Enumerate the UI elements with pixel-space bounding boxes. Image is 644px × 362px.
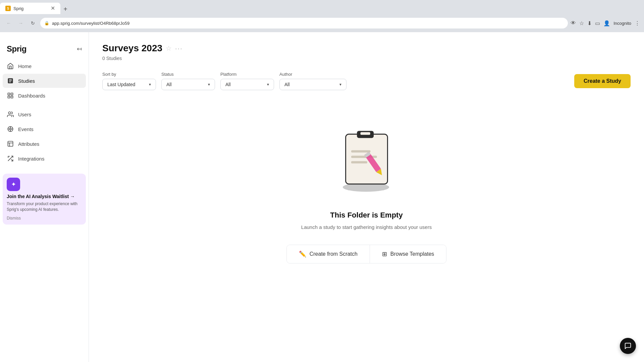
empty-state-description: Launch a study to start gathering insigh…	[301, 224, 432, 231]
platform-chevron-icon: ▾	[267, 82, 269, 87]
studies-icon	[7, 77, 14, 84]
users-label: Users	[18, 112, 31, 117]
sidebar-item-users[interactable]: Users	[3, 107, 86, 121]
tab-close-button[interactable]: ✕	[51, 6, 55, 11]
platform-filter: Platform All ▾	[220, 72, 274, 90]
favorite-star-button[interactable]: ☆	[166, 44, 172, 52]
svg-rect-22	[345, 134, 387, 184]
status-value: All	[166, 82, 172, 87]
tablet-icon[interactable]: ▭	[595, 20, 600, 26]
sort-by-chevron-icon: ▾	[149, 82, 151, 87]
platform-select[interactable]: All ▾	[220, 79, 274, 90]
events-icon	[7, 125, 14, 133]
sort-by-filter: Sort by Last Updated ▾	[102, 72, 156, 90]
empty-state-illustration	[326, 120, 407, 201]
status-select[interactable]: All ▾	[161, 79, 215, 90]
home-icon	[7, 62, 14, 70]
bottom-action-buttons: ✏️ Create from Scratch ⊞ Browse Template…	[286, 245, 447, 263]
pencil-icon: ✏️	[299, 250, 306, 258]
reload-button[interactable]: ↻	[28, 18, 38, 28]
svg-point-8	[8, 112, 11, 114]
sidebar-item-attributes[interactable]: Attributes	[3, 137, 86, 151]
svg-rect-6	[11, 96, 13, 98]
tab-title: Sprig	[13, 6, 48, 11]
template-icon: ⊞	[382, 250, 387, 258]
page-subtitle: 0 Studies	[102, 56, 631, 61]
sidebar-item-studies[interactable]: Studies	[3, 74, 86, 88]
incognito-label: Incognito	[613, 21, 631, 26]
status-label: Status	[161, 72, 215, 77]
sidebar-item-dashboards[interactable]: Dashboards	[3, 88, 86, 103]
browser-tab[interactable]: S Sprig ✕	[0, 3, 60, 14]
sort-by-select[interactable]: Last Updated ▾	[102, 79, 156, 90]
page-title: Surveys 2023	[102, 43, 162, 54]
users-icon	[7, 111, 14, 118]
svg-rect-5	[11, 93, 13, 95]
promo-description: Transform your product experience with S…	[7, 201, 82, 213]
svg-rect-24	[360, 132, 370, 135]
new-tab-button[interactable]: +	[60, 4, 70, 14]
url-text: app.sprig.com/surveylist/O4Rb68prJo59	[52, 21, 564, 26]
empty-state-title: This Folder is Empty	[330, 211, 402, 220]
author-label: Author	[279, 72, 346, 77]
forward-button[interactable]: →	[16, 18, 25, 28]
sort-by-value: Last Updated	[107, 82, 135, 87]
sidebar-logo-area: Sprig ↤	[0, 38, 89, 59]
status-chevron-icon: ▾	[208, 82, 210, 87]
integrations-label: Integrations	[18, 156, 44, 162]
lock-icon: 🔒	[44, 21, 49, 25]
platform-label: Platform	[220, 72, 274, 77]
back-button[interactable]: ←	[4, 18, 13, 28]
sidebar-nav: Home Studies	[0, 59, 89, 166]
chat-widget-button[interactable]	[620, 338, 636, 354]
home-label: Home	[18, 63, 32, 69]
author-select[interactable]: All ▾	[279, 79, 346, 90]
sidebar-item-integrations[interactable]: Integrations	[3, 152, 86, 166]
address-bar[interactable]: 🔒 app.sprig.com/surveylist/O4Rb68prJo59	[40, 18, 568, 28]
star-icon[interactable]: ☆	[579, 20, 584, 26]
promo-dismiss-button[interactable]: Dismiss	[7, 216, 82, 221]
promo-title[interactable]: Join the AI Analysis Waitlist →	[7, 194, 82, 199]
empty-state: This Folder is Empty Launch a study to s…	[102, 106, 631, 277]
sidebar-item-home[interactable]: Home	[3, 59, 86, 73]
profile-icon[interactable]: 👤	[603, 20, 610, 26]
events-label: Events	[18, 126, 34, 132]
studies-label: Studies	[18, 78, 35, 84]
sidebar: Sprig ↤ Home	[0, 32, 89, 362]
integrations-icon	[7, 155, 14, 162]
svg-rect-4	[8, 93, 10, 95]
author-value: All	[284, 82, 290, 87]
promo-box: ✦ Join the AI Analysis Waitlist → Transf…	[3, 174, 86, 225]
attributes-icon	[7, 140, 14, 147]
create-from-scratch-label: Create from Scratch	[310, 251, 358, 257]
platform-value: All	[225, 82, 231, 87]
sort-by-label: Sort by	[102, 72, 156, 77]
svg-rect-2	[9, 80, 12, 81]
more-options-button[interactable]: ···	[175, 45, 183, 52]
collapse-sidebar-button[interactable]: ↤	[77, 45, 82, 53]
attributes-label: Attributes	[18, 141, 39, 147]
svg-rect-7	[8, 96, 10, 98]
svg-rect-15	[8, 141, 13, 146]
filters-row: Sort by Last Updated ▾ Status All ▾	[102, 72, 631, 90]
eye-off-icon[interactable]: 👁	[571, 20, 576, 26]
author-filter: Author All ▾	[279, 72, 346, 90]
browser-action-icons: 👁 ☆ ⬇ ▭ 👤 Incognito ⋮	[571, 20, 640, 26]
create-from-scratch-button[interactable]: ✏️ Create from Scratch	[287, 245, 370, 263]
status-filter: Status All ▾	[161, 72, 215, 90]
browse-templates-label: Browse Templates	[390, 251, 434, 257]
main-content: Surveys 2023 ☆ ··· 0 Studies Sort by Las…	[89, 32, 644, 362]
browse-templates-button[interactable]: ⊞ Browse Templates	[370, 245, 446, 263]
sidebar-item-events[interactable]: Events	[3, 122, 86, 136]
author-chevron-icon: ▾	[339, 82, 341, 87]
download-icon[interactable]: ⬇	[587, 20, 592, 26]
page-header: Surveys 2023 ☆ ···	[102, 43, 631, 54]
dashboards-label: Dashboards	[18, 93, 45, 99]
svg-rect-27	[351, 161, 367, 164]
create-study-button[interactable]: Create a Study	[574, 74, 631, 88]
menu-icon[interactable]: ⋮	[635, 20, 640, 26]
svg-rect-3	[9, 82, 11, 82]
logo-text: Sprig	[7, 44, 26, 54]
promo-icon: ✦	[7, 178, 20, 191]
tab-favicon: S	[5, 6, 11, 11]
